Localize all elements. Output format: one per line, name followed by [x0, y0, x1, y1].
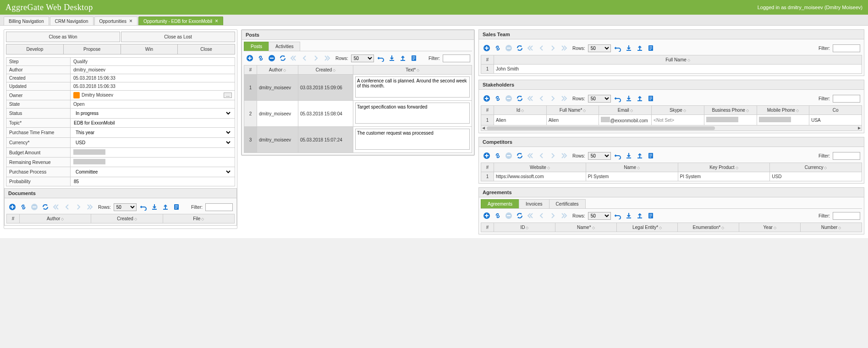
download-icon[interactable]: [388, 54, 396, 62]
add-icon[interactable]: [483, 94, 491, 103]
tab-billing[interactable]: Billing Navigation: [4, 16, 49, 25]
upload-icon[interactable]: [161, 203, 170, 211]
report-icon[interactable]: [647, 44, 655, 52]
filter-input[interactable]: [833, 95, 860, 103]
refresh-icon[interactable]: [516, 212, 524, 220]
tab-crm[interactable]: CRM Navigation: [50, 16, 93, 25]
subtab-posts[interactable]: Posts: [244, 42, 269, 51]
prev-page-icon: [301, 54, 309, 62]
refresh-icon[interactable]: [516, 94, 524, 103]
report-icon[interactable]: [647, 212, 655, 220]
undo-icon[interactable]: [614, 152, 622, 160]
label-status: Status: [6, 109, 71, 119]
tab-opportunity-detail[interactable]: Opportunity - EDB for ExxonMobil×: [138, 16, 223, 25]
post-text-input[interactable]: [355, 76, 470, 98]
subtab-certificates[interactable]: Certificates: [549, 199, 586, 208]
label-step: Step: [6, 58, 71, 66]
sort-icon: ◇: [547, 166, 550, 170]
subtab-agreements[interactable]: Agreements: [481, 199, 519, 208]
undo-icon[interactable]: [139, 203, 148, 211]
refresh-icon[interactable]: [279, 54, 287, 62]
stage-propose[interactable]: Propose: [63, 44, 121, 54]
rows-select[interactable]: 50: [588, 95, 611, 103]
close-as-won-button[interactable]: Close as Won: [6, 32, 120, 42]
report-icon[interactable]: [410, 54, 418, 62]
next-page-icon: [74, 203, 82, 211]
close-icon[interactable]: ×: [215, 18, 218, 24]
next-page-icon: [312, 54, 320, 62]
label-updated: Updated: [6, 82, 71, 91]
link-icon[interactable]: [494, 94, 502, 103]
owner-picker-button[interactable]: ...: [224, 92, 232, 98]
download-icon[interactable]: [625, 212, 633, 220]
post-text-input[interactable]: [355, 129, 470, 150]
stage-develop[interactable]: Develop: [6, 44, 63, 54]
add-icon[interactable]: [483, 212, 491, 220]
upload-icon[interactable]: [636, 94, 644, 103]
rows-select[interactable]: 50: [114, 203, 137, 211]
competitors-title: Competitors: [479, 137, 864, 147]
refresh-icon[interactable]: [516, 152, 524, 160]
stage-win[interactable]: Win: [121, 44, 178, 54]
upload-icon[interactable]: [636, 152, 644, 160]
add-icon[interactable]: [483, 152, 491, 160]
tab-opportunities[interactable]: Opportunities×: [94, 16, 138, 25]
report-icon[interactable]: [172, 203, 181, 211]
post-text-input[interactable]: [355, 103, 470, 124]
process-select[interactable]: Committee: [73, 169, 232, 175]
posts-panel: Posts Posts Activities Rows: 50: [242, 30, 474, 155]
link-icon[interactable]: [19, 203, 27, 211]
add-icon[interactable]: [8, 203, 16, 211]
upload-icon[interactable]: [399, 54, 407, 62]
rows-select[interactable]: 50: [351, 54, 374, 62]
close-as-lost-button[interactable]: Close as Lost: [121, 32, 235, 42]
download-icon[interactable]: [625, 152, 633, 160]
refresh-icon[interactable]: [41, 203, 49, 211]
download-icon[interactable]: [625, 44, 633, 52]
refresh-icon[interactable]: [516, 44, 524, 52]
probability-input[interactable]: [73, 179, 232, 185]
filter-input[interactable]: [833, 212, 860, 220]
rows-select[interactable]: 50: [588, 152, 611, 160]
label-timeframe: Purchase Time Frame: [6, 128, 71, 138]
add-icon[interactable]: [246, 54, 254, 62]
undo-icon[interactable]: [614, 94, 622, 103]
download-icon[interactable]: [150, 203, 159, 211]
close-icon[interactable]: ×: [129, 18, 132, 24]
link-icon[interactable]: [494, 152, 502, 160]
horizontal-scrollbar[interactable]: ◀▶: [481, 125, 862, 131]
first-page-icon: [52, 203, 60, 211]
status-select[interactable]: In progress: [73, 110, 232, 117]
currency-select[interactable]: USD: [73, 139, 232, 146]
link-icon[interactable]: [494, 44, 502, 52]
filter-input[interactable]: [833, 44, 860, 52]
add-icon[interactable]: [483, 44, 491, 52]
subtab-activities[interactable]: Activities: [269, 42, 300, 51]
subtab-invoices[interactable]: Invoices: [519, 199, 549, 208]
topic-input[interactable]: [73, 120, 232, 126]
undo-icon[interactable]: [614, 44, 622, 52]
upload-icon[interactable]: [636, 44, 644, 52]
timeframe-select[interactable]: This year: [73, 129, 232, 136]
filter-input[interactable]: [205, 203, 233, 211]
report-icon[interactable]: [647, 152, 655, 160]
stage-close[interactable]: Close: [177, 44, 235, 54]
link-icon[interactable]: [494, 212, 502, 220]
filter-input[interactable]: [443, 54, 470, 62]
label-process: Purchase Process: [6, 167, 71, 177]
download-icon[interactable]: [625, 94, 633, 103]
label-budget: Budget Amount: [6, 148, 71, 158]
undo-icon[interactable]: [614, 212, 622, 220]
rows-select[interactable]: 50: [588, 212, 611, 220]
agreements-table: # ID◇ Name*◇ Legal Entity*◇ Enumeration*…: [481, 223, 862, 232]
report-icon[interactable]: [647, 94, 655, 103]
remove-icon[interactable]: [268, 54, 276, 62]
link-icon[interactable]: [257, 54, 265, 62]
sort-icon: ◇: [134, 217, 137, 221]
rows-select[interactable]: 50: [588, 44, 611, 52]
upload-icon[interactable]: [636, 212, 644, 220]
undo-icon[interactable]: [377, 54, 385, 62]
filter-input[interactable]: [833, 152, 860, 160]
first-page-icon: [527, 152, 535, 160]
stakeholders-title: Stakeholders: [479, 80, 864, 90]
